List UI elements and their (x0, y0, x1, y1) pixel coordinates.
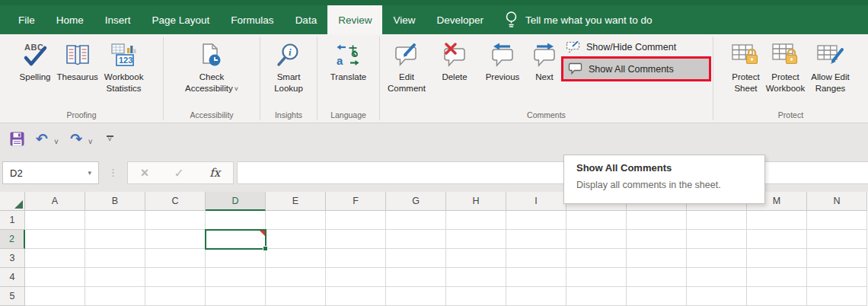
cell-F3[interactable] (326, 249, 386, 268)
column-header-N[interactable]: N (807, 192, 867, 211)
cell-E5[interactable] (266, 287, 326, 306)
cell-M2[interactable] (747, 230, 807, 249)
cell-L2[interactable] (687, 230, 747, 249)
edit-comment-button[interactable]: Edit Comment (382, 37, 431, 110)
cancel-icon[interactable]: × (141, 165, 149, 181)
cell-C2[interactable] (145, 230, 206, 249)
smart-lookup-button[interactable]: i Smart Lookup (271, 37, 306, 110)
cell-K4[interactable] (627, 268, 687, 287)
name-box[interactable]: D2 ▾ (2, 161, 99, 184)
cell-C5[interactable] (145, 287, 206, 306)
row-header-1[interactable]: 1 (0, 211, 25, 230)
cell-J2[interactable] (566, 230, 627, 249)
tab-home[interactable]: Home (46, 5, 94, 34)
cell-F5[interactable] (326, 287, 386, 306)
cell-E1[interactable] (266, 211, 326, 230)
cell-N3[interactable] (807, 249, 867, 268)
cell-B1[interactable] (85, 211, 145, 230)
cell-M4[interactable] (747, 268, 807, 287)
cell-L3[interactable] (687, 249, 747, 268)
cell-F1[interactable] (326, 211, 386, 230)
cell-B2[interactable] (85, 230, 145, 249)
protect-workbook-button[interactable]: Protect Workbook (763, 37, 809, 110)
cell-J5[interactable] (566, 287, 627, 306)
column-header-G[interactable]: G (386, 192, 446, 211)
save-button[interactable] (6, 128, 27, 149)
row-header-3[interactable]: 3 (0, 249, 25, 268)
undo-button[interactable]: ↶ (32, 128, 52, 149)
workbook-statistics-button[interactable]: 123 Workbook Statistics (101, 37, 147, 110)
cell-J1[interactable] (566, 211, 627, 230)
fill-handle[interactable] (263, 246, 268, 251)
show-hide-comment-button[interactable]: Show/Hide Comment (561, 38, 713, 56)
tab-file[interactable]: File (8, 5, 46, 34)
tab-formulas[interactable]: Formulas (220, 5, 284, 34)
cell-G4[interactable] (386, 268, 446, 287)
cell-G5[interactable] (386, 287, 446, 306)
tab-data[interactable]: Data (285, 5, 328, 34)
cell-L5[interactable] (687, 287, 747, 306)
cell-B4[interactable] (85, 268, 145, 287)
formula-bar-resize-handle[interactable]: ⋮ (108, 167, 118, 178)
tab-developer[interactable]: Developer (426, 5, 494, 34)
cell-A3[interactable] (25, 249, 85, 268)
cell-E4[interactable] (266, 268, 326, 287)
selected-cell-outline[interactable] (205, 229, 266, 250)
cell-J3[interactable] (566, 249, 627, 268)
cell-K2[interactable] (627, 230, 687, 249)
column-header-E[interactable]: E (266, 192, 326, 211)
cell-N5[interactable] (807, 287, 867, 306)
translate-button[interactable]: a Translate (327, 37, 370, 110)
next-comment-button[interactable]: Next (527, 37, 562, 110)
cell-D5[interactable] (206, 287, 266, 306)
cell-F4[interactable] (326, 268, 386, 287)
cell-H2[interactable] (446, 230, 506, 249)
name-box-dropdown-icon[interactable]: ▾ (88, 169, 91, 177)
row-header-5[interactable]: 5 (0, 287, 25, 306)
tab-insert[interactable]: Insert (94, 5, 142, 34)
cell-E2[interactable] (266, 230, 326, 249)
spelling-button[interactable]: ABC Spelling (17, 37, 54, 110)
select-all-button[interactable] (0, 192, 25, 211)
undo-dropdown-chevron[interactable]: ˅ (54, 138, 59, 146)
cell-D1[interactable] (206, 211, 266, 230)
cell-K1[interactable] (627, 211, 687, 230)
column-header-F[interactable]: F (326, 192, 386, 211)
cell-M3[interactable] (747, 249, 807, 268)
cell-C1[interactable] (145, 211, 206, 230)
check-accessibility-button[interactable]: Check Accessibility˅ (182, 37, 241, 110)
cell-M5[interactable] (747, 287, 807, 306)
cell-G2[interactable] (386, 230, 446, 249)
cell-K5[interactable] (627, 287, 687, 306)
cell-A1[interactable] (25, 211, 85, 230)
column-header-C[interactable]: C (145, 192, 206, 211)
previous-comment-button[interactable]: Previous (478, 37, 527, 110)
cell-H3[interactable] (446, 249, 506, 268)
cell-C4[interactable] (145, 268, 206, 287)
cell-K3[interactable] (627, 249, 687, 268)
cell-G3[interactable] (386, 249, 446, 268)
cell-I4[interactable] (506, 268, 566, 287)
cell-N1[interactable] (807, 211, 867, 230)
cell-I2[interactable] (506, 230, 566, 249)
allow-edit-ranges-button[interactable]: Allow Edit Ranges (808, 37, 853, 110)
cell-L4[interactable] (687, 268, 747, 287)
redo-button[interactable]: ↷ (66, 128, 86, 149)
show-all-comments-button[interactable]: Show All Comments (563, 59, 709, 79)
cell-A2[interactable] (25, 230, 85, 249)
cell-G1[interactable] (386, 211, 446, 230)
cell-H4[interactable] (446, 268, 506, 287)
insert-function-icon[interactable]: fx (209, 166, 220, 180)
cell-I3[interactable] (506, 249, 566, 268)
column-header-A[interactable]: A (25, 192, 85, 211)
cell-C3[interactable] (145, 249, 206, 268)
delete-comment-button[interactable]: Delete (431, 37, 478, 110)
column-header-H[interactable]: H (446, 192, 506, 211)
cell-N4[interactable] (807, 268, 867, 287)
cell-H1[interactable] (446, 211, 506, 230)
thesaurus-button[interactable]: Thesaurus (54, 37, 101, 110)
row-header-2[interactable]: 2 (0, 230, 25, 249)
enter-icon[interactable]: ✓ (174, 166, 184, 180)
cell-A4[interactable] (25, 268, 85, 287)
tab-review[interactable]: Review (327, 5, 382, 34)
